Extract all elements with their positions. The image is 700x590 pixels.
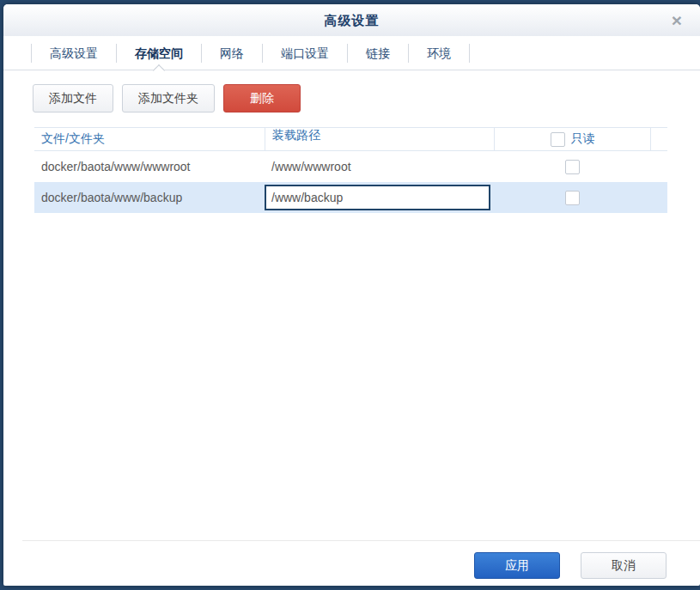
row-file-path: docker/baota/www/backup — [34, 191, 265, 204]
delete-button[interactable]: 删除 — [223, 84, 301, 113]
header-spacer-column — [650, 128, 667, 150]
row-mount-path-cell — [265, 185, 494, 210]
tab-environment[interactable]: 环境 — [409, 37, 469, 70]
tab-divider — [469, 44, 470, 63]
row-spacer-cell — [650, 182, 667, 213]
tab-network[interactable]: 网络 — [202, 37, 262, 70]
row-mount-path[interactable]: /www/wwwroot — [265, 160, 494, 173]
header-readonly-label: 只读 — [571, 131, 595, 147]
mount-path-input[interactable] — [265, 185, 490, 210]
dialog-footer: 应用 取消 — [22, 540, 700, 586]
add-folder-button[interactable]: 添加文件夹 — [122, 84, 215, 113]
header-mount-path: 装载路径 — [265, 128, 494, 150]
row-file-path: docker/baota/www/wwwroot — [34, 160, 265, 173]
empty-content-area — [3, 213, 700, 540]
screen-background: { "dialog": { "title": "高级设置", "close_gl… — [0, 0, 700, 590]
tab-port-settings[interactable]: 端口设置 — [263, 37, 347, 70]
readonly-checkbox[interactable] — [565, 191, 580, 205]
volume-mount-table: 文件/文件夹 装载路径 只读 docker/baota/www/wwwroot … — [34, 127, 667, 213]
dialog-title-bar: 高级设置 × — [3, 4, 700, 36]
table-header-row: 文件/文件夹 装载路径 只读 — [34, 127, 667, 151]
close-icon[interactable]: × — [666, 9, 688, 32]
readonly-select-all-checkbox[interactable] — [551, 132, 565, 147]
header-readonly: 只读 — [494, 128, 650, 150]
tab-storage[interactable]: 存储空间 — [117, 37, 201, 70]
advanced-settings-dialog: 高级设置 × 高级设置 存储空间 网络 端口设置 链接 环境 添加文件 添加文件… — [3, 4, 700, 586]
row-readonly-cell — [494, 160, 650, 174]
row-spacer-cell — [650, 151, 667, 182]
readonly-checkbox[interactable] — [565, 160, 580, 174]
add-file-button[interactable]: 添加文件 — [33, 84, 113, 113]
storage-toolbar: 添加文件 添加文件夹 删除 — [33, 84, 668, 113]
apply-button[interactable]: 应用 — [474, 552, 560, 579]
table-row[interactable]: docker/baota/www/wwwroot /www/wwwroot — [34, 151, 667, 182]
dialog-title: 高级设置 — [3, 4, 700, 36]
row-readonly-cell — [494, 191, 650, 205]
tab-advanced-settings[interactable]: 高级设置 — [32, 37, 116, 70]
cancel-button[interactable]: 取消 — [581, 552, 667, 579]
table-row[interactable]: docker/baota/www/backup — [34, 182, 667, 213]
tab-bar: 高级设置 存储空间 网络 端口设置 链接 环境 — [3, 36, 700, 70]
header-file-folder: 文件/文件夹 — [34, 131, 265, 147]
tab-links[interactable]: 链接 — [348, 37, 408, 70]
